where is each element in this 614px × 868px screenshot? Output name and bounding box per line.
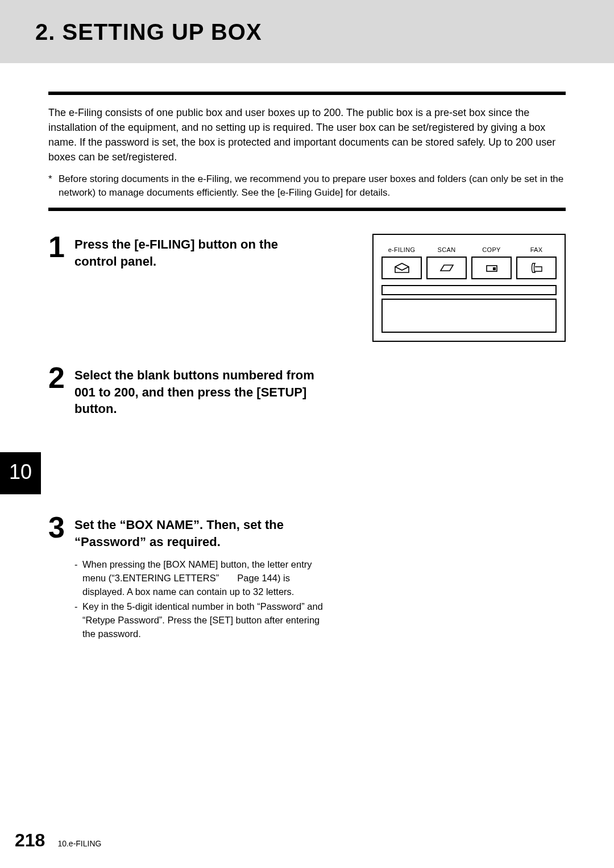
- efiling-button[interactable]: [381, 257, 422, 279]
- note-asterisk: *: [48, 172, 59, 200]
- step-number: 2: [48, 365, 69, 418]
- step-1: 1 Press the [e-FILING] button on the con…: [48, 234, 361, 270]
- page-header: 2. SETTING UP BOX: [0, 0, 614, 63]
- section-title: 2. SETTING UP BOX: [35, 19, 614, 45]
- panel-label-fax: FAX: [516, 246, 557, 253]
- step-3-note-2: - Key in the 5-digit identical number in…: [74, 600, 330, 641]
- control-panel-figure: e-FILING SCAN: [372, 234, 566, 342]
- panel-label-scan: SCAN: [426, 246, 467, 253]
- panel-display-strip: [381, 285, 557, 295]
- step-title: Select the blank buttons numbered from 0…: [74, 367, 319, 418]
- scanner-icon: [439, 263, 454, 273]
- fax-button[interactable]: [516, 257, 557, 279]
- copy-icon: [485, 263, 499, 273]
- svg-rect-1: [493, 267, 496, 270]
- step-number: 3: [48, 514, 69, 642]
- panel-label-copy: COPY: [471, 246, 512, 253]
- step-3: 3 Set the “BOX NAME”. Then, set the “Pas…: [48, 514, 566, 642]
- footer-section: 10.e-FILING: [57, 839, 101, 848]
- note: * Before storing documents in the e-Fili…: [48, 172, 566, 200]
- box-open-icon: [395, 263, 409, 273]
- panel-label-efiling: e-FILING: [381, 246, 422, 253]
- scan-button[interactable]: [426, 257, 467, 279]
- rule-bottom: [48, 208, 566, 211]
- step-3-note-1-text: When pressing the [BOX NAME] button, the…: [82, 558, 330, 599]
- step-number: 1: [48, 234, 69, 270]
- rule-top: [48, 92, 566, 95]
- copy-button[interactable]: [471, 257, 512, 279]
- step-title: Press the [e-FILING] button on the contr…: [74, 236, 319, 270]
- intro-paragraph: The e-Filing consists of one public box …: [48, 105, 566, 164]
- step-3-note-1: - When pressing the [BOX NAME] button, t…: [74, 558, 330, 599]
- step-2: 2 Select the blank buttons numbered from…: [48, 365, 566, 418]
- step-3-note-2-text: Key in the 5-digit identical number in b…: [82, 600, 330, 641]
- phone-icon: [530, 262, 543, 274]
- chapter-tab: 10: [0, 452, 41, 494]
- step-title: Set the “BOX NAME”. Then, set the “Passw…: [74, 516, 319, 550]
- note-text: Before storing documents in the e-Filing…: [59, 172, 566, 200]
- page-number: 218: [15, 830, 45, 851]
- page-footer: 218 10.e-FILING: [15, 830, 101, 851]
- panel-display-main: [381, 299, 557, 333]
